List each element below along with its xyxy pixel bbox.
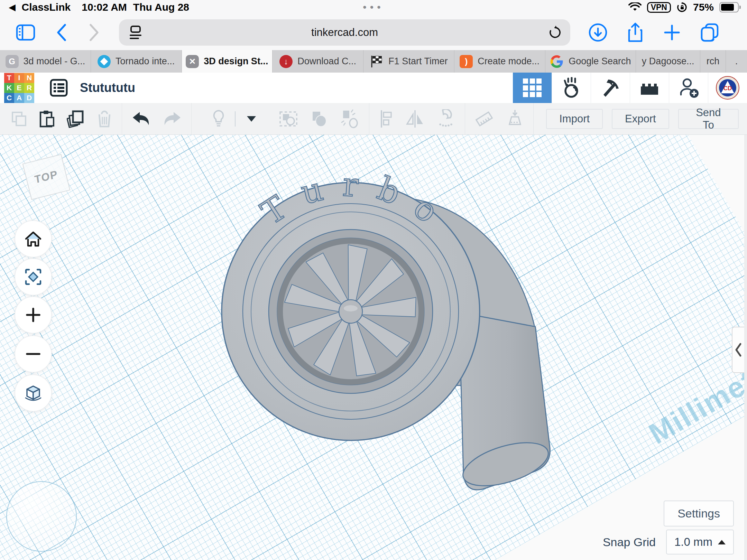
paste-button[interactable] [33,110,61,128]
rotation-lock-icon [676,2,688,13]
tab-partial-dot[interactable]: . [726,50,747,73]
home-view-button[interactable] [15,220,52,258]
back-to-app-label[interactable]: ClassLink [21,1,71,13]
add-person-icon [677,77,700,99]
ruler-button[interactable] [468,109,500,129]
back-to-app-icon[interactable]: ◀ [9,2,15,12]
tabs-overview-button[interactable] [700,23,720,42]
design-canvas[interactable]: Millimeters Turbo [0,135,747,560]
tinkercad-header: TIN KER CAD Stutututu [0,73,747,103]
minecraft-export-button[interactable] [591,73,630,103]
settings-button[interactable]: Settings [664,501,734,526]
tab-3d-model[interactable]: G 3d model - G... [0,50,91,73]
create-favicon: ) [460,55,473,68]
undo-button[interactable] [126,111,157,127]
grid-icon [523,78,542,97]
tab-f1-timer[interactable]: F1 Start Timer [363,50,454,73]
sim-lab-button[interactable] [552,73,591,103]
tab-tornado[interactable]: Tornado inte... [91,50,182,73]
tab-dagoose[interactable]: y Dagoose... [636,50,700,73]
collapsed-panel-strip [744,135,747,560]
multitask-handle-dots[interactable]: ••• [363,1,384,13]
ungroup-all-button[interactable] [334,109,366,129]
vpn-badge: VPN [647,2,671,13]
pickaxe-icon [600,77,621,98]
battery-percent: 75% [693,1,714,13]
bricks-export-button[interactable] [630,73,669,103]
screen: ◀ ClassLink 10:02 AM Thu Aug 28 ••• VPN … [0,0,747,560]
falling-apple-icon [561,77,582,99]
fit-view-button[interactable] [15,258,52,296]
plus-icon [25,307,42,323]
copy-button[interactable] [5,111,33,127]
turbo-model[interactable]: Turbo [204,164,571,503]
lego-bricks-icon [639,79,660,97]
tinkercad-logo[interactable]: TIN KER CAD [4,73,34,103]
forward-button[interactable] [89,24,100,41]
account-avatar[interactable]: CD [708,73,747,103]
chevron-left-icon [735,343,742,357]
reload-button[interactable] [548,25,562,40]
tab-google-search[interactable]: Google Search [545,50,636,73]
battery-icon [719,2,739,12]
workplane-button[interactable] [500,109,530,129]
google-docs-favicon: G [6,55,19,68]
wifi-icon [628,2,642,12]
zoom-out-button[interactable] [15,335,52,373]
download-favicon: ↓ [279,55,293,68]
design-properties-icon[interactable] [49,78,68,97]
mirror-button[interactable] [400,110,430,128]
touch-indicator-bubble [6,481,77,552]
date: Thu Aug 28 [133,1,189,13]
url-text[interactable]: tinkercad.com [119,26,570,39]
fit-view-icon [24,268,42,286]
edit-toolbar: Import Export Send To [0,103,747,135]
status-bar: ◀ ClassLink 10:02 AM Thu Aug 28 ••• VPN … [0,0,747,15]
blocks-view-button[interactable] [513,73,552,103]
cube-icon [24,384,43,402]
new-tab-button[interactable] [663,24,681,41]
view-cube-label: TOP [34,168,59,186]
ungroup-button[interactable] [304,110,334,128]
share-design-button[interactable] [669,73,708,103]
caret-up-icon [718,540,726,544]
share-button[interactable] [627,22,644,43]
tab-3d-design-active[interactable]: ✕ 3D design St... [182,50,273,73]
snap-grid-select[interactable]: 1.0 mm [666,530,734,554]
delete-button[interactable] [91,110,118,128]
tinkercad-favicon [98,55,111,68]
sidebar-toggle-button[interactable] [16,24,35,41]
page-format-icon[interactable] [128,25,143,40]
lights-dropdown-caret[interactable] [239,116,262,122]
home-icon [24,231,42,247]
tab-partial-rch[interactable]: rch [700,50,726,73]
address-bar[interactable]: tinkercad.com [119,19,570,46]
send-to-button[interactable]: Send To [678,109,739,129]
safari-toolbar: tinkercad.com [0,15,747,50]
redo-button[interactable] [157,111,188,127]
snap-grid-value: 1.0 mm [674,535,712,549]
back-button[interactable] [56,24,66,41]
tab-bar: G 3d model - G... Tornado inte... ✕ 3D d… [0,50,747,73]
downloads-button[interactable] [588,23,608,42]
snap-grid-label: Snap Grid [603,535,656,549]
tab-create-mode[interactable]: ) Create mode... [454,50,545,73]
tab-download[interactable]: ↓ Download C... [273,50,363,73]
design-title[interactable]: Stutututu [80,81,135,95]
design-favicon: ✕ [186,55,199,68]
show-all-button[interactable] [206,109,231,129]
export-button[interactable]: Export [612,109,669,129]
checkered-flag-favicon [370,55,384,68]
import-button[interactable]: Import [546,109,603,129]
perspective-toggle-button[interactable] [15,374,52,412]
snap-magnet-button[interactable] [430,109,461,129]
open-shapes-panel-button[interactable] [732,327,744,373]
clock: 10:02 AM [82,1,127,13]
minus-icon [25,346,42,362]
civil-defense-logo: CD [716,76,739,100]
group-button[interactable] [273,109,304,129]
zoom-in-button[interactable] [15,296,52,334]
align-button[interactable] [373,110,400,128]
duplicate-button[interactable] [61,110,91,128]
google-favicon [550,55,564,68]
